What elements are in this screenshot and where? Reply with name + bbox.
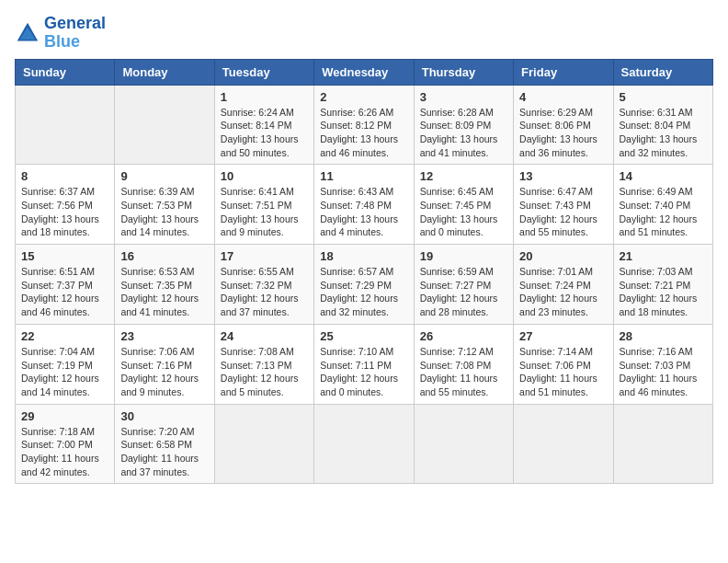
day-info: Sunrise: 6:47 AM Sunset: 7:43 PM Dayligh… xyxy=(519,185,607,239)
day-number: 1 xyxy=(221,90,308,104)
day-cell-10: 10 Sunrise: 6:41 AM Sunset: 7:51 PM Dayl… xyxy=(214,165,313,245)
day-info: Sunrise: 6:49 AM Sunset: 7:40 PM Dayligh… xyxy=(620,185,707,239)
col-header-thursday: Thursday xyxy=(414,59,513,85)
day-cell-11: 11 Sunrise: 6:43 AM Sunset: 7:48 PM Dayl… xyxy=(314,165,414,245)
day-info: Sunrise: 6:31 AM Sunset: 8:04 PM Dayligh… xyxy=(620,106,707,160)
col-header-wednesday: Wednesday xyxy=(314,59,414,85)
empty-cell xyxy=(514,404,613,484)
day-info: Sunrise: 7:20 AM Sunset: 6:58 PM Dayligh… xyxy=(120,425,208,479)
col-header-sunday: Sunday xyxy=(16,59,115,85)
day-number: 3 xyxy=(420,90,507,104)
day-number: 29 xyxy=(21,409,108,423)
day-number: 23 xyxy=(120,329,208,343)
day-info: Sunrise: 7:14 AM Sunset: 7:06 PM Dayligh… xyxy=(519,345,607,399)
day-cell-23: 23 Sunrise: 7:06 AM Sunset: 7:16 PM Dayl… xyxy=(115,324,214,404)
col-header-saturday: Saturday xyxy=(613,59,712,85)
day-number: 15 xyxy=(21,249,108,263)
empty-cell xyxy=(214,404,313,484)
day-cell-29: 29 Sunrise: 7:18 AM Sunset: 7:00 PM Dayl… xyxy=(16,404,115,484)
day-cell-8: 8 Sunrise: 6:37 AM Sunset: 7:56 PM Dayli… xyxy=(16,165,115,245)
day-info: Sunrise: 6:26 AM Sunset: 8:12 PM Dayligh… xyxy=(320,106,407,160)
day-cell-3: 3 Sunrise: 6:28 AM Sunset: 8:09 PM Dayli… xyxy=(414,85,513,165)
day-info: Sunrise: 7:18 AM Sunset: 7:00 PM Dayligh… xyxy=(21,425,108,479)
calendar-week-1: 1 Sunrise: 6:24 AM Sunset: 8:14 PM Dayli… xyxy=(16,85,713,165)
day-cell-16: 16 Sunrise: 6:53 AM Sunset: 7:35 PM Dayl… xyxy=(115,245,214,325)
day-number: 5 xyxy=(620,90,707,104)
day-info: Sunrise: 7:01 AM Sunset: 7:24 PM Dayligh… xyxy=(519,265,607,319)
col-header-monday: Monday xyxy=(115,59,214,85)
day-cell-2: 2 Sunrise: 6:26 AM Sunset: 8:12 PM Dayli… xyxy=(314,85,414,165)
day-cell-12: 12 Sunrise: 6:45 AM Sunset: 7:45 PM Dayl… xyxy=(414,165,513,245)
day-number: 14 xyxy=(620,169,707,183)
day-info: Sunrise: 7:12 AM Sunset: 7:08 PM Dayligh… xyxy=(420,345,507,399)
day-number: 26 xyxy=(420,329,507,343)
day-number: 28 xyxy=(620,329,707,343)
logo-icon xyxy=(15,20,40,46)
day-number: 24 xyxy=(221,329,308,343)
day-number: 12 xyxy=(420,169,507,183)
logo: GeneralBlue xyxy=(15,15,106,52)
day-info: Sunrise: 6:41 AM Sunset: 7:51 PM Dayligh… xyxy=(221,185,308,239)
day-info: Sunrise: 6:55 AM Sunset: 7:32 PM Dayligh… xyxy=(221,265,308,319)
col-header-friday: Friday xyxy=(514,59,613,85)
day-cell-15: 15 Sunrise: 6:51 AM Sunset: 7:37 PM Dayl… xyxy=(16,245,115,325)
calendar-table: SundayMondayTuesdayWednesdayThursdayFrid… xyxy=(15,59,713,485)
day-cell-17: 17 Sunrise: 6:55 AM Sunset: 7:32 PM Dayl… xyxy=(214,245,313,325)
day-number: 10 xyxy=(221,169,308,183)
day-number: 11 xyxy=(320,169,407,183)
calendar-week-3: 15 Sunrise: 6:51 AM Sunset: 7:37 PM Dayl… xyxy=(16,245,713,325)
day-cell-22: 22 Sunrise: 7:04 AM Sunset: 7:19 PM Dayl… xyxy=(16,324,115,404)
day-cell-1: 1 Sunrise: 6:24 AM Sunset: 8:14 PM Dayli… xyxy=(214,85,313,165)
day-number: 19 xyxy=(420,249,507,263)
empty-cell xyxy=(613,404,712,484)
empty-cell xyxy=(115,85,214,165)
calendar-week-4: 22 Sunrise: 7:04 AM Sunset: 7:19 PM Dayl… xyxy=(16,324,713,404)
col-header-tuesday: Tuesday xyxy=(214,59,313,85)
day-cell-27: 27 Sunrise: 7:14 AM Sunset: 7:06 PM Dayl… xyxy=(514,324,613,404)
day-cell-21: 21 Sunrise: 7:03 AM Sunset: 7:21 PM Dayl… xyxy=(613,245,712,325)
day-info: Sunrise: 6:43 AM Sunset: 7:48 PM Dayligh… xyxy=(320,185,407,239)
day-cell-28: 28 Sunrise: 7:16 AM Sunset: 7:03 PM Dayl… xyxy=(613,324,712,404)
day-number: 18 xyxy=(320,249,407,263)
day-number: 17 xyxy=(221,249,308,263)
day-info: Sunrise: 7:03 AM Sunset: 7:21 PM Dayligh… xyxy=(620,265,707,319)
day-cell-20: 20 Sunrise: 7:01 AM Sunset: 7:24 PM Dayl… xyxy=(514,245,613,325)
day-info: Sunrise: 6:51 AM Sunset: 7:37 PM Dayligh… xyxy=(21,265,108,319)
day-number: 21 xyxy=(620,249,707,263)
day-info: Sunrise: 6:39 AM Sunset: 7:53 PM Dayligh… xyxy=(120,185,208,239)
day-info: Sunrise: 6:59 AM Sunset: 7:27 PM Dayligh… xyxy=(420,265,507,319)
day-info: Sunrise: 6:53 AM Sunset: 7:35 PM Dayligh… xyxy=(120,265,208,319)
day-cell-26: 26 Sunrise: 7:12 AM Sunset: 7:08 PM Dayl… xyxy=(414,324,513,404)
day-info: Sunrise: 6:45 AM Sunset: 7:45 PM Dayligh… xyxy=(420,185,507,239)
day-info: Sunrise: 6:57 AM Sunset: 7:29 PM Dayligh… xyxy=(320,265,407,319)
day-cell-5: 5 Sunrise: 6:31 AM Sunset: 8:04 PM Dayli… xyxy=(613,85,712,165)
day-number: 25 xyxy=(320,329,407,343)
day-cell-25: 25 Sunrise: 7:10 AM Sunset: 7:11 PM Dayl… xyxy=(314,324,414,404)
day-cell-18: 18 Sunrise: 6:57 AM Sunset: 7:29 PM Dayl… xyxy=(314,245,414,325)
day-info: Sunrise: 7:16 AM Sunset: 7:03 PM Dayligh… xyxy=(620,345,707,399)
empty-cell xyxy=(314,404,414,484)
day-info: Sunrise: 6:24 AM Sunset: 8:14 PM Dayligh… xyxy=(221,106,308,160)
day-info: Sunrise: 7:04 AM Sunset: 7:19 PM Dayligh… xyxy=(21,345,108,399)
day-info: Sunrise: 7:08 AM Sunset: 7:13 PM Dayligh… xyxy=(221,345,308,399)
day-cell-14: 14 Sunrise: 6:49 AM Sunset: 7:40 PM Dayl… xyxy=(613,165,712,245)
day-number: 2 xyxy=(320,90,407,104)
day-info: Sunrise: 6:37 AM Sunset: 7:56 PM Dayligh… xyxy=(21,185,108,239)
calendar-week-2: 8 Sunrise: 6:37 AM Sunset: 7:56 PM Dayli… xyxy=(16,165,713,245)
day-cell-4: 4 Sunrise: 6:29 AM Sunset: 8:06 PM Dayli… xyxy=(514,85,613,165)
day-cell-13: 13 Sunrise: 6:47 AM Sunset: 7:43 PM Dayl… xyxy=(514,165,613,245)
day-info: Sunrise: 6:28 AM Sunset: 8:09 PM Dayligh… xyxy=(420,106,507,160)
day-number: 22 xyxy=(21,329,108,343)
day-number: 4 xyxy=(519,90,607,104)
empty-cell xyxy=(16,85,115,165)
day-number: 9 xyxy=(120,169,208,183)
day-cell-30: 30 Sunrise: 7:20 AM Sunset: 6:58 PM Dayl… xyxy=(115,404,214,484)
day-info: Sunrise: 6:29 AM Sunset: 8:06 PM Dayligh… xyxy=(519,106,607,160)
day-number: 16 xyxy=(120,249,208,263)
day-number: 27 xyxy=(519,329,607,343)
page-header: GeneralBlue xyxy=(15,15,713,52)
empty-cell xyxy=(414,404,513,484)
day-cell-24: 24 Sunrise: 7:08 AM Sunset: 7:13 PM Dayl… xyxy=(214,324,313,404)
day-cell-9: 9 Sunrise: 6:39 AM Sunset: 7:53 PM Dayli… xyxy=(115,165,214,245)
day-number: 30 xyxy=(120,409,208,423)
